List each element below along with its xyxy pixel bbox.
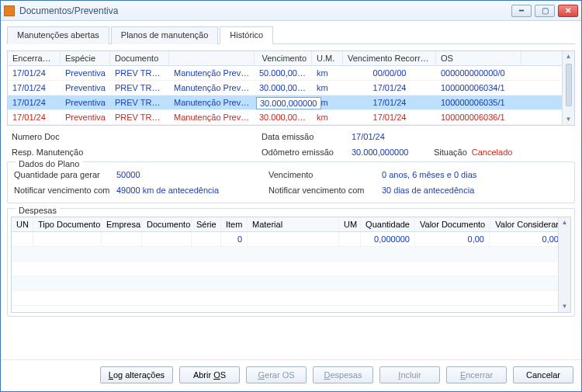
button-bar: Log alterações Abrir OS Gerar OS Despesa… [1, 359, 581, 391]
cell-venc-recor: 17/01/24 [343, 110, 436, 124]
dados-do-plano-title: Dados do Plano [16, 159, 82, 168]
col2-item[interactable]: Item [221, 217, 248, 231]
grid-scrollbar[interactable]: ▲ ▼ [562, 51, 574, 125]
cell-descricao: Manutenção Preventivo d [169, 66, 255, 80]
cell-um: km [312, 81, 343, 95]
window-controls: ━ ▢ ✕ [511, 5, 578, 17]
cell-documento: PREV TRAT1 [110, 110, 169, 124]
abrir-os-button[interactable]: Abrir OS [179, 366, 240, 383]
cell-descricao: Manutenção Preventivo d [169, 81, 255, 95]
cell-um: km [312, 66, 343, 80]
notificar2-label: Notificar vencimento com [268, 186, 377, 195]
scroll-thumb[interactable] [566, 64, 572, 106]
cell-vencimento: 50.000,000000 [255, 66, 312, 80]
cell-venc-recor: 17/01/24 [343, 95, 436, 109]
history-grid-header: Encerramento Espécie Documento Venciment… [8, 51, 574, 66]
cell-vencimento: 30.000,000000 [255, 81, 312, 95]
numero-doc-label: Numero Doc [12, 132, 97, 141]
scroll-down-icon[interactable]: ▼ [563, 114, 574, 125]
vencimento-label: Vencimento [268, 170, 377, 179]
close-button[interactable]: ✕ [558, 5, 578, 17]
despesas-valor-cons: 0,00 [490, 232, 564, 246]
despesas-item: 0 [221, 232, 248, 246]
col2-um[interactable]: UM [339, 217, 361, 231]
cell-venc-recor: 17/01/24 [343, 81, 436, 95]
gerar-os-button: Gerar OS [246, 366, 307, 383]
despesas-grid: UN Tipo Documento Empresa Documento Séri… [11, 217, 571, 313]
cell-encerramento: 17/01/24 [8, 95, 61, 109]
tab-historico[interactable]: Histórico [220, 26, 273, 44]
scroll-up-icon[interactable]: ▲ [559, 217, 570, 228]
scroll-down-icon[interactable]: ▼ [559, 301, 570, 312]
despesas-group: Despesas UN Tipo Documento Empresa Docum… [7, 208, 575, 317]
encerrar-button: Encerrar [446, 366, 507, 383]
table-row [12, 276, 570, 291]
maximize-button[interactable]: ▢ [535, 5, 555, 17]
cell-os: 100000006034/1 [436, 81, 521, 95]
col2-valor-documento[interactable]: Valor Documento [415, 217, 490, 231]
cell-especie: Preventiva [61, 81, 110, 95]
table-row [12, 291, 570, 306]
tabs: Manutenções abertas Planos de manutenção… [7, 26, 575, 44]
col-descricao[interactable] [169, 51, 255, 65]
resp-manutencao-label: Resp. Manutenção [12, 147, 97, 157]
col2-material[interactable]: Material [248, 217, 339, 231]
col2-empresa[interactable]: Empresa [102, 217, 142, 231]
tab-manutencoes-abertas[interactable]: Manutenções abertas [7, 26, 109, 44]
cell-descricao: Manutenção Preventivo d [169, 95, 255, 109]
odometro-emissao-value: 30.000,000000 [352, 147, 429, 157]
col2-quantidade[interactable]: Quantidade [361, 217, 415, 231]
col2-valor-considerar[interactable]: Valor Considerar [490, 217, 564, 231]
despesas-scrollbar[interactable]: ▲ ▼ [558, 217, 570, 312]
col-vencimento[interactable]: Vencimento [255, 51, 312, 65]
table-row[interactable]: 17/01/24PreventivaPREV TRAT1Manutenção P… [8, 81, 574, 95]
situacao-value: Cancelado [472, 147, 513, 157]
tab-planos-de-manutencao[interactable]: Planos de manutenção [111, 26, 219, 44]
minimize-button[interactable]: ━ [511, 5, 532, 17]
quantidade-gerar-label: Quantidade para gerar [14, 170, 112, 179]
table-row[interactable]: 17/01/24PreventivaPREV TRAT1Manutenção P… [8, 66, 574, 81]
content: Manutenções abertas Planos de manutenção… [1, 21, 581, 359]
cancelar-button[interactable]: Cancelar [513, 366, 573, 383]
table-row[interactable]: 17/01/24PreventivaPREV TRAT1Manutenção P… [8, 110, 574, 125]
window: Documentos/Preventiva ━ ▢ ✕ Manutenções … [0, 0, 582, 392]
col-um[interactable]: U.M. [312, 51, 343, 65]
notificar1-label: Notificar vencimento com [14, 186, 112, 195]
cell-encerramento: 17/01/24 [8, 110, 61, 124]
history-grid: Encerramento Espécie Documento Venciment… [7, 50, 575, 126]
titlebar: Documentos/Preventiva ━ ▢ ✕ [1, 1, 581, 21]
col-especie[interactable]: Espécie [61, 51, 110, 65]
despesas-title: Despesas [16, 206, 60, 215]
cell-encerramento: 17/01/24 [8, 81, 61, 95]
cell-um: km [312, 110, 343, 124]
col2-tipo-documento[interactable]: Tipo Documento [33, 217, 102, 231]
cell-descricao: Manutenção Preventivo d [169, 110, 255, 124]
table-row [12, 247, 570, 262]
table-row [12, 262, 570, 276]
cell-encerramento: 17/01/24 [8, 66, 61, 80]
col-venc-recor[interactable]: Vencimento Recorrência [343, 51, 436, 65]
col2-un[interactable]: UN [12, 217, 33, 231]
col-encerramento[interactable]: Encerramento [8, 51, 61, 65]
cell-especie: Preventiva [61, 95, 110, 109]
scroll-up-icon[interactable]: ▲ [563, 51, 574, 62]
col2-serie[interactable]: Série [192, 217, 221, 231]
odometro-emissao-label: Odômetro emissão [262, 147, 347, 157]
cell-venc-recor: 00/00/00 [343, 66, 436, 80]
despesas-grid-header: UN Tipo Documento Empresa Documento Séri… [12, 217, 570, 232]
despesas-row[interactable]: 0 0,000000 0,00 0,00 [12, 232, 570, 247]
col2-documento[interactable]: Documento [142, 217, 192, 231]
inline-edit-field[interactable]: 30.000,000000 [256, 97, 321, 109]
quantidade-gerar-value: 50000 [116, 170, 264, 179]
details-form: Numero Doc Data emissão 17/01/24 Resp. M… [7, 126, 575, 161]
cell-vencimento: 30.000,000000 [255, 110, 312, 124]
col-documento[interactable]: Documento [110, 51, 169, 65]
cell-os: 000000000000/0 [436, 66, 521, 80]
col-os[interactable]: OS [436, 51, 521, 65]
log-alteracoes-button[interactable]: Log alterações [100, 366, 173, 383]
situacao-label: Situação [434, 147, 467, 157]
despesas-qtd: 0,000000 [361, 232, 415, 246]
cell-os: 100000006036/1 [436, 110, 521, 124]
dados-do-plano-group: Dados do Plano Quantidade para gerar 500… [7, 161, 575, 203]
notificar1-value: 49000 km de antecedência [116, 186, 264, 195]
